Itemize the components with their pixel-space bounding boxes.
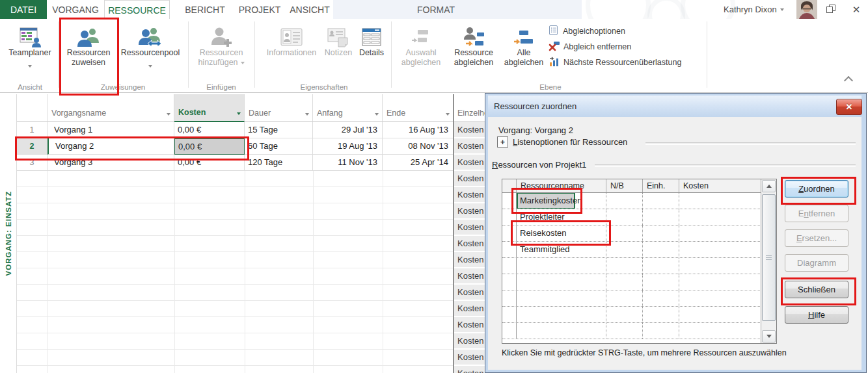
schliessen-button[interactable]: Schließen <box>785 281 848 298</box>
selected-resource-cell[interactable]: Marketingkosten <box>517 193 575 209</box>
cell-name[interactable]: Vorgang 3 <box>47 155 174 171</box>
account-menu[interactable]: Kathryn Dixon <box>724 0 784 19</box>
collapse-ribbon-icon[interactable] <box>844 76 853 85</box>
cell-dauer[interactable]: 60 Tage <box>245 138 313 155</box>
row-number[interactable]: 3 <box>17 155 47 171</box>
row-selector[interactable] <box>502 209 517 225</box>
cell-ende[interactable]: 16 Aug '13 <box>383 122 454 138</box>
dialog-title-bar[interactable]: Ressourcen zuordnen <box>488 96 861 116</box>
resource-name-header[interactable]: Ressourcenname <box>517 179 606 192</box>
cell-dauer[interactable]: 120 Tage <box>245 155 313 171</box>
header-label: Ende <box>387 109 405 118</box>
resource-name-cell[interactable]: Projektleiter <box>517 209 606 225</box>
kosten-cell[interactable] <box>679 193 761 209</box>
nb-cell[interactable] <box>606 209 643 225</box>
kosten-header[interactable]: Kosten <box>679 179 761 192</box>
user-name-label: Kathryn Dixon <box>724 5 777 14</box>
column-header-dauer[interactable]: Dauer <box>245 94 313 122</box>
close-window-icon[interactable]: ✕ <box>847 0 865 19</box>
cell-dauer[interactable]: 15 Tage <box>245 122 313 138</box>
row-number-header[interactable] <box>17 94 47 122</box>
cell-kosten-selected[interactable]: 0,00 € <box>174 138 245 155</box>
zuordnen-button[interactable]: Zuordnen <box>785 180 848 198</box>
cell-anfang[interactable]: 11 Nov '13 <box>313 155 383 171</box>
tab-projekt[interactable]: PROJEKT <box>233 0 286 19</box>
details-button[interactable]: Details <box>355 21 388 89</box>
scroll-up-icon[interactable] <box>762 180 776 192</box>
nb-header[interactable]: N/B <box>606 179 643 192</box>
cell-name[interactable]: Vorgang 2 <box>47 138 174 155</box>
cell-ende[interactable]: 08 Nov '13 <box>383 138 454 155</box>
resource-name-cell[interactable]: Reisekosten <box>517 225 606 241</box>
abgleichoptionen-button[interactable]: Abgleichoptionen <box>549 25 625 38</box>
tab-vorgang[interactable]: VORGANG <box>47 0 104 19</box>
row-number[interactable]: 1 <box>17 122 47 138</box>
filter-caret-icon[interactable] <box>167 113 170 116</box>
ressourcenpool-button[interactable]: Ressourcenpool <box>117 21 183 89</box>
empty-resource-row[interactable] <box>502 290 761 307</box>
resource-row[interactable]: Teammitglied <box>502 242 761 258</box>
resource-row[interactable]: Reisekosten <box>502 225 761 242</box>
row-number-selected[interactable]: 2 <box>17 138 47 155</box>
nb-cell[interactable] <box>606 225 643 241</box>
filter-caret-icon[interactable] <box>446 113 450 116</box>
cell-name[interactable]: Vorgang 1 <box>47 122 174 138</box>
informationen-label: Informationen <box>259 48 324 58</box>
einh-cell[interactable] <box>643 193 679 209</box>
separator-line <box>645 142 856 145</box>
resource-list-scrollbar[interactable] <box>761 179 776 343</box>
tab-ansicht[interactable]: ANSICHT <box>286 0 333 19</box>
nb-cell[interactable] <box>606 242 643 257</box>
filter-caret-icon[interactable] <box>237 112 241 115</box>
filter-caret-icon[interactable] <box>305 113 309 116</box>
restore-window-icon[interactable] <box>826 5 837 14</box>
tab-format[interactable]: FORMAT <box>390 0 481 19</box>
cell-kosten[interactable]: 0,00 € <box>174 122 245 138</box>
tab-ressource[interactable]: RESSOURCE <box>104 0 170 19</box>
expand-icon[interactable]: + <box>497 136 508 148</box>
scrollbar-thumb[interactable] <box>762 194 776 321</box>
column-header-ende[interactable]: Ende <box>383 94 454 122</box>
tab-bericht[interactable]: BERICHT <box>172 0 237 19</box>
alle-abgleichen-button[interactable]: Alle abgleichen <box>501 21 547 89</box>
einh-header[interactable]: Einh. <box>643 179 679 192</box>
cell-ende[interactable]: 25 Apr '14 <box>383 155 454 171</box>
avatar[interactable] <box>796 0 817 19</box>
resource-name-cell[interactable]: Teammitglied <box>517 242 606 257</box>
naechste-ueberlastung-button[interactable]: Nächste Ressourcenüberlastung <box>549 56 681 69</box>
ressourcen-zuweisen-button[interactable]: Ressourcen zuweisen <box>62 21 115 89</box>
teamplaner-button[interactable]: Teamplaner <box>5 21 55 89</box>
kosten-cell[interactable] <box>679 242 761 257</box>
row-selector[interactable] <box>502 242 517 257</box>
abgleich-entfernen-button[interactable]: Abgleich entfernen <box>549 40 631 53</box>
column-header-kosten[interactable]: Kosten <box>174 94 245 122</box>
kosten-cell[interactable] <box>679 209 761 225</box>
filter-caret-icon[interactable] <box>375 113 379 116</box>
cell-anfang[interactable]: 19 Aug '13 <box>313 138 383 155</box>
column-header-vorgangsname[interactable]: Vorgangsname <box>47 94 174 122</box>
empty-resource-row[interactable] <box>502 258 761 274</box>
row-selector[interactable] <box>502 225 517 241</box>
cell-kosten[interactable]: 0,00 € <box>174 155 245 171</box>
empty-resource-row[interactable] <box>502 323 761 339</box>
resource-name-cell[interactable]: Marketingkosten <box>517 193 606 209</box>
resource-row[interactable]: Projektleiter <box>502 209 761 225</box>
column-header-anfang[interactable]: Anfang <box>313 94 383 122</box>
notes-icon <box>320 23 357 48</box>
cell-anfang[interactable]: 29 Jul '13 <box>313 122 383 138</box>
scroll-down-icon[interactable] <box>762 330 776 342</box>
dialog-close-icon[interactable]: ✕ <box>836 99 862 115</box>
row-selector[interactable] <box>502 193 517 209</box>
einh-cell[interactable] <box>643 225 679 241</box>
einh-cell[interactable] <box>643 209 679 225</box>
kosten-cell[interactable] <box>679 225 761 241</box>
einh-cell[interactable] <box>643 242 679 257</box>
ressource-abgleichen-button[interactable]: Ressource abgleichen <box>448 21 500 89</box>
resource-row[interactable]: Marketingkosten <box>502 193 761 209</box>
empty-resource-row[interactable] <box>502 274 761 290</box>
nb-cell[interactable] <box>606 193 643 209</box>
list-options-label[interactable]: Listenoptionen für Ressourcen <box>513 137 627 147</box>
hilfe-button[interactable]: Hilfe <box>785 306 848 324</box>
tab-datei[interactable]: DATEI <box>0 0 47 19</box>
empty-resource-row[interactable] <box>502 307 761 323</box>
